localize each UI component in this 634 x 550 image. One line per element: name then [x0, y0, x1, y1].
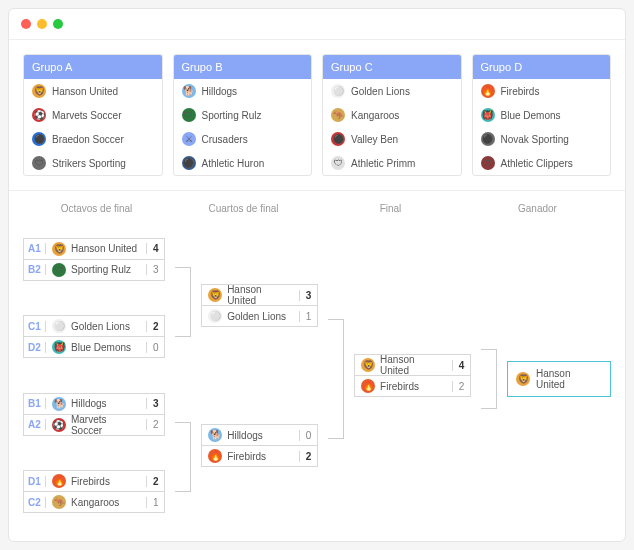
seed-label: D1 [24, 476, 46, 487]
match-row[interactable]: 🦁Hanson United4 [354, 354, 471, 376]
team-icon: 🛡 [331, 156, 345, 170]
team-name: Blue Demons [71, 342, 131, 353]
groups-section: Grupo A🦁Hanson United⚽Marvets Soccer⚫Bra… [9, 40, 625, 191]
group-title: Grupo A [24, 55, 162, 79]
team-name: Valley Ben [351, 134, 398, 145]
group-team-row[interactable]: 👹Blue Demons [473, 103, 611, 127]
winner-box: 🦁Hanson United [507, 361, 611, 397]
winner-name: Hanson United [536, 368, 602, 390]
match-row[interactable]: C1⚪Golden Lions2 [23, 315, 165, 337]
group-team-row[interactable]: 🔥Firebirds [473, 79, 611, 103]
match-row[interactable]: C2🦘Kangaroos1 [23, 491, 165, 513]
group-team-row[interactable]: 🛡Athletic Primm [323, 151, 461, 175]
team-icon: ⚽ [52, 418, 66, 432]
score: 2 [299, 451, 317, 462]
match-row[interactable]: B1🐕Hilldogs3 [23, 393, 165, 415]
team-name: Athletic Huron [202, 158, 265, 169]
maximize-icon[interactable] [53, 19, 63, 29]
seed-label: A1 [24, 243, 46, 254]
group-team-row[interactable]: ⚫Novak Sporting [473, 127, 611, 151]
team-name: Marvets Soccer [71, 414, 140, 436]
match-row[interactable]: 🐕Hilldogs0 [201, 424, 318, 446]
team-icon: 🛡 [32, 156, 46, 170]
group-team-row[interactable]: 🦁Hanson United [24, 79, 162, 103]
group-team-row[interactable]: ⚫Braedon Soccer [24, 127, 162, 151]
team-icon: 🦁 [32, 84, 46, 98]
group-team-row[interactable]: ⚫Athletic Huron [174, 151, 312, 175]
team-name: Sporting Rulz [202, 110, 262, 121]
score: 0 [299, 430, 317, 441]
team-name: Golden Lions [351, 86, 410, 97]
stage-label: Cuartos de final [170, 203, 317, 214]
match: 🐕Hilldogs0🔥Firebirds2 [201, 424, 318, 466]
team-icon: 🦘 [331, 108, 345, 122]
team-icon: ⚔ [182, 132, 196, 146]
match-row[interactable]: 🔥Firebirds2 [354, 375, 471, 397]
quarterfinals-column: 🦁Hanson United3⚪Golden Lions1🐕Hilldogs0🔥… [201, 239, 318, 519]
team-name: Crusaders [202, 134, 248, 145]
stage-label: Ganador [464, 203, 611, 214]
titlebar [9, 9, 625, 40]
seed-label: B2 [24, 264, 46, 275]
match-row[interactable]: D1🔥Firebirds2 [23, 470, 165, 492]
team-icon: 🦁 [361, 358, 375, 372]
match-row[interactable]: 🦁Hanson United3 [201, 284, 318, 306]
match: 🦁Hanson United3⚪Golden Lions1 [201, 284, 318, 326]
match-row[interactable]: A2⚽Marvets Soccer2 [23, 414, 165, 436]
bracket-section: Octavos de final Cuartos de final Final … [9, 191, 625, 546]
team-icon: 👹 [481, 108, 495, 122]
score: 1 [299, 311, 317, 322]
team-name: Golden Lions [227, 311, 286, 322]
stage-headers: Octavos de final Cuartos de final Final … [23, 203, 611, 214]
team-icon: 🔥 [52, 474, 66, 488]
team-name: Firebirds [501, 86, 540, 97]
match-row[interactable]: B2🛡Sporting Rulz3 [23, 259, 165, 281]
group-team-row[interactable]: ⚔Crusaders [174, 127, 312, 151]
match-row[interactable]: D2👹Blue Demons0 [23, 336, 165, 358]
winner-column: 🦁Hanson United [507, 329, 611, 429]
team-name: Braedon Soccer [52, 134, 124, 145]
score: 1 [146, 497, 164, 508]
group-team-row[interactable]: 🛡Athletic Clippers [473, 151, 611, 175]
team-icon: 🐕 [52, 397, 66, 411]
team-name: Firebirds [71, 476, 110, 487]
team-icon: ⚫ [481, 132, 495, 146]
minimize-icon[interactable] [37, 19, 47, 29]
team-icon: 🛡 [481, 156, 495, 170]
group-team-row[interactable]: 🛡Strikers Sporting [24, 151, 162, 175]
app-window: Grupo A🦁Hanson United⚽Marvets Soccer⚫Bra… [8, 8, 626, 542]
team-icon: 🛡 [182, 108, 196, 122]
group-team-row[interactable]: 🛡Sporting Rulz [174, 103, 312, 127]
score: 0 [146, 342, 164, 353]
team-icon: 🐕 [208, 428, 222, 442]
group-team-row[interactable]: 🦘Kangaroos [323, 103, 461, 127]
team-icon: 🔥 [481, 84, 495, 98]
team-name: Sporting Rulz [71, 264, 131, 275]
team-name: Athletic Primm [351, 158, 415, 169]
match-row[interactable]: 🔥Firebirds2 [201, 445, 318, 467]
stage-label: Octavos de final [23, 203, 170, 214]
score: 2 [146, 419, 164, 430]
group-team-row[interactable]: ⚪Golden Lions [323, 79, 461, 103]
team-name: Novak Sporting [501, 134, 569, 145]
team-icon: 🔥 [208, 449, 222, 463]
team-icon: 👹 [52, 340, 66, 354]
seed-label: C1 [24, 321, 46, 332]
team-icon: ⚫ [32, 132, 46, 146]
team-name: Hanson United [52, 86, 118, 97]
team-icon: 🦁 [516, 372, 530, 386]
team-name: Hilldogs [71, 398, 107, 409]
team-name: Marvets Soccer [52, 110, 121, 121]
group-team-row[interactable]: ⚫Valley Ben [323, 127, 461, 151]
group-team-row[interactable]: ⚽Marvets Soccer [24, 103, 162, 127]
match-row[interactable]: A1🦁Hanson United4 [23, 238, 165, 260]
seed-label: D2 [24, 342, 46, 353]
score: 2 [452, 381, 470, 392]
close-icon[interactable] [21, 19, 31, 29]
round-of-16-column: A1🦁Hanson United4B2🛡Sporting Rulz3C1⚪Gol… [23, 224, 165, 534]
match: B1🐕Hilldogs3A2⚽Marvets Soccer2 [23, 393, 165, 435]
team-name: Hanson United [227, 284, 293, 306]
match-row[interactable]: ⚪Golden Lions1 [201, 305, 318, 327]
group-team-row[interactable]: 🐕Hilldogs [174, 79, 312, 103]
team-icon: 🐕 [182, 84, 196, 98]
